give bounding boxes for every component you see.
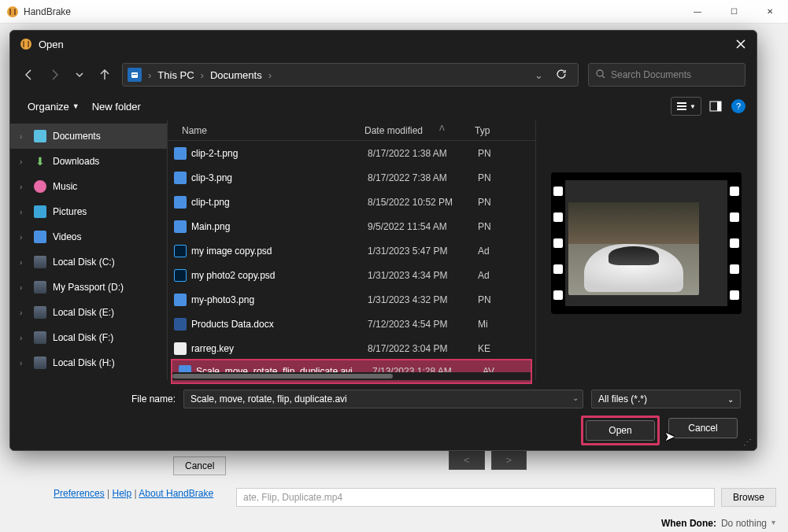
recent-dropdown-icon[interactable] [72,67,87,83]
expand-icon[interactable]: › [20,308,22,317]
chevron-right-icon[interactable]: › [146,69,153,81]
sidebar-item-label: Videos [53,231,81,242]
column-header-date[interactable]: Date modified [364,125,475,136]
breadcrumb-segment[interactable]: Documents [205,69,267,81]
when-done-label: When Done: [661,518,716,529]
file-row[interactable]: Products Data.docx7/12/2023 4:54 PMMi [168,312,535,336]
expand-icon[interactable]: › [20,359,22,368]
horizontal-scrollbar[interactable] [172,372,531,380]
file-type: PN [478,294,509,305]
file-row[interactable]: Scale, move, rotate, flip, duplicate.avi… [171,359,532,384]
chevron-down-icon: ▼ [72,102,80,110]
minimize-button[interactable]: — [679,0,716,24]
expand-icon[interactable]: › [20,334,22,342]
back-icon[interactable] [21,67,37,83]
expand-icon[interactable]: › [20,157,22,166]
file-type: Mi [478,319,509,330]
about-link[interactable]: About HandBrake [139,488,213,499]
column-header-type[interactable]: Typ [475,125,506,136]
file-row[interactable]: my-photo3.png1/31/2023 4:32 PMPN [168,287,535,312]
preview-pane [536,120,757,380]
expand-icon[interactable]: › [20,233,22,242]
when-done-value[interactable]: Do nothing [721,518,767,529]
file-date: 8/15/2022 10:52 PM [368,197,478,208]
disk-icon [34,306,46,319]
open-button[interactable]: Open [586,420,655,441]
search-box[interactable] [588,63,745,87]
browse-button[interactable]: Browse [721,488,776,507]
file-row[interactable]: my image copy.psd1/31/2023 5:47 PMAd [168,238,535,263]
up-icon[interactable] [97,67,113,83]
sidebar-item-videos[interactable]: ›Videos [10,224,167,249]
new-folder-button[interactable]: New folder [86,98,147,116]
file-name: Products Data.docx [191,319,368,330]
search-input[interactable] [611,69,738,80]
handbrake-title: HandBrake [24,6,679,17]
chevron-down-icon[interactable]: ⌄ [572,393,579,402]
sidebar-item-label: Downloads [53,156,99,167]
search-icon [595,68,606,82]
next-button[interactable]: > [491,450,527,470]
expand-icon[interactable]: › [20,132,22,141]
help-link[interactable]: Help [113,488,132,499]
sidebar-item-documents[interactable]: ›Documents [10,124,167,149]
maximize-button[interactable]: ☐ [716,0,752,24]
output-path-field[interactable]: ate, Flip, Duplicate.mp4 [236,488,715,507]
expand-icon[interactable]: › [20,283,22,292]
sort-indicator-icon: ᐱ [439,124,445,132]
handbrake-titlebar: HandBrake — ☐ ✕ [0,0,788,24]
sidebar-item-my-passport-d-[interactable]: ›My Passport (D:) [10,275,167,300]
expand-icon[interactable]: › [20,208,22,216]
psd-file-icon [174,245,187,257]
file-name: clip-2-t.png [191,148,368,159]
sidebar-item-local-disk-h-[interactable]: ›Local Disk (H:) [10,350,167,375]
column-header-name[interactable]: Name [168,125,364,136]
file-row[interactable]: clip-2-t.png8/17/2022 1:38 AMPN [168,141,535,165]
resize-grip-icon[interactable]: ⋰ [743,438,752,448]
file-row[interactable]: clip-3.png8/17/2022 7:38 AMPN [168,165,535,190]
folder-icon [128,68,142,82]
chevron-right-icon[interactable]: › [267,69,273,81]
png-file-icon [174,196,187,209]
file-date: 8/17/2022 3:04 PM [368,343,478,354]
file-row[interactable]: Main.png9/5/2022 11:54 AMPN [168,214,535,238]
cancel-button[interactable]: Cancel [668,418,738,438]
png-file-icon [174,172,187,184]
file-row[interactable]: clip-t.png8/15/2022 10:52 PMPN [168,190,535,214]
sidebar-item-local-disk-f-[interactable]: ›Local Disk (F:) [10,325,167,350]
cancel-button[interactable]: Cancel [173,456,226,475]
docs-icon [34,130,46,142]
close-icon[interactable] [734,38,747,50]
sidebar-item-label: Local Disk (F:) [53,332,113,343]
expand-icon[interactable]: › [20,183,22,191]
file-date: 7/12/2023 4:54 PM [368,319,478,330]
sidebar-item-downloads[interactable]: ›⬇Downloads [10,149,167,174]
file-date: 1/31/2023 4:34 PM [368,270,478,281]
file-row[interactable]: rarreg.key8/17/2022 3:04 PMKE [168,336,535,360]
sidebar-item-pictures[interactable]: ›Pictures [10,199,167,224]
chevron-down-icon: ▾ [771,518,775,529]
breadcrumb[interactable]: › This PC › Documents › ⌄ [122,63,579,87]
filename-label: File name: [26,393,176,405]
refresh-icon[interactable] [549,68,573,82]
file-type: PN [478,172,509,183]
prev-button[interactable]: < [449,450,485,470]
chevron-down-icon[interactable]: ⌄ [528,69,549,81]
organize-button[interactable]: Organize ▼ [21,98,86,116]
sidebar-item-local-disk-e-[interactable]: ›Local Disk (E:) [10,300,167,325]
expand-icon[interactable]: › [20,258,22,267]
sidebar-item-label: My Passport (D:) [53,282,124,293]
preferences-link[interactable]: Preferences [54,488,105,499]
preview-thumbnail [551,172,742,314]
file-type-filter[interactable]: All files (*.*) ⌄ [591,390,741,408]
breadcrumb-segment[interactable]: This PC [153,69,198,81]
preview-pane-button[interactable] [706,97,725,116]
close-button[interactable]: ✕ [752,0,788,24]
help-icon[interactable]: ? [731,99,745,113]
chevron-right-icon[interactable]: › [199,69,205,81]
sidebar-item-local-disk-c-[interactable]: ›Local Disk (C:) [10,249,167,275]
filename-input[interactable] [183,390,583,408]
file-row[interactable]: my photo2 copy.psd1/31/2023 4:34 PMAd [168,263,535,287]
sidebar-item-music[interactable]: ›Music [10,174,167,199]
view-mode-button[interactable]: ▼ [671,97,701,116]
